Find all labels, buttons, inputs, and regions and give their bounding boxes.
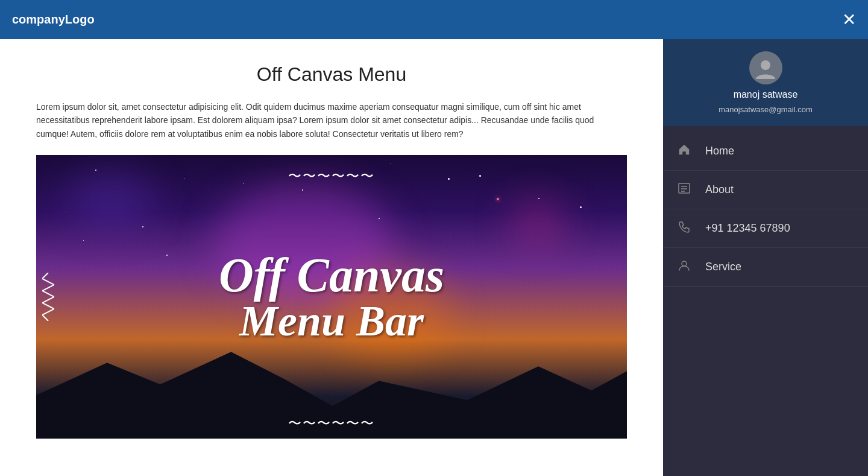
about-icon — [675, 182, 693, 198]
sidebar-item-phone[interactable]: +91 12345 67890 — [663, 209, 868, 248]
service-icon — [675, 259, 693, 275]
sidebar-nav: Home About — [663, 126, 868, 476]
phone-icon — [675, 220, 693, 236]
wavy-bottom-decoration: 〜〜〜〜〜〜 — [36, 414, 627, 433]
home-icon — [675, 143, 693, 159]
svg-point-5 — [682, 261, 687, 266]
close-button[interactable]: ✕ — [842, 11, 856, 28]
content-area: Off Canvas Menu Lorem ipsum dolor sit, a… — [0, 39, 663, 476]
canvas-image: 〜〜〜〜〜〜 Off Canvas Menu Bar 〜〜〜〜〜〜 — [36, 155, 627, 439]
sidebar-profile: manoj satwase manojsatwase@gmail.com — [663, 39, 868, 126]
sidebar: manoj satwase manojsatwase@gmail.com Hom… — [663, 39, 868, 476]
page-title: Off Canvas Menu — [36, 63, 627, 86]
zigzag-decoration — [42, 273, 54, 321]
sidebar-item-service[interactable]: Service — [663, 248, 868, 287]
svg-point-0 — [761, 60, 770, 70]
profile-email: manojsatwase@gmail.com — [719, 105, 813, 114]
main-layout: Off Canvas Menu Lorem ipsum dolor sit, a… — [0, 39, 868, 476]
body-text: Lorem ipsum dolor sit, amet consectetur … — [36, 100, 627, 141]
header: companyLogo ✕ — [0, 0, 868, 39]
sidebar-item-home[interactable]: Home — [663, 132, 868, 171]
sidebar-item-phone-label: +91 12345 67890 — [705, 222, 790, 235]
profile-name: manoj satwase — [734, 89, 798, 100]
sidebar-item-about[interactable]: About — [663, 171, 868, 209]
sidebar-item-service-label: Service — [705, 261, 741, 273]
canvas-text-line1: Off Canvas — [219, 251, 444, 299]
sidebar-item-home-label: Home — [705, 145, 734, 157]
canvas-text-line2: Menu Bar — [219, 299, 444, 343]
company-logo: companyLogo — [12, 13, 95, 27]
sidebar-item-about-label: About — [705, 183, 734, 196]
avatar — [749, 51, 782, 84]
wavy-top-decoration: 〜〜〜〜〜〜 — [36, 167, 627, 185]
canvas-text-overlay: Off Canvas Menu Bar — [219, 251, 444, 343]
